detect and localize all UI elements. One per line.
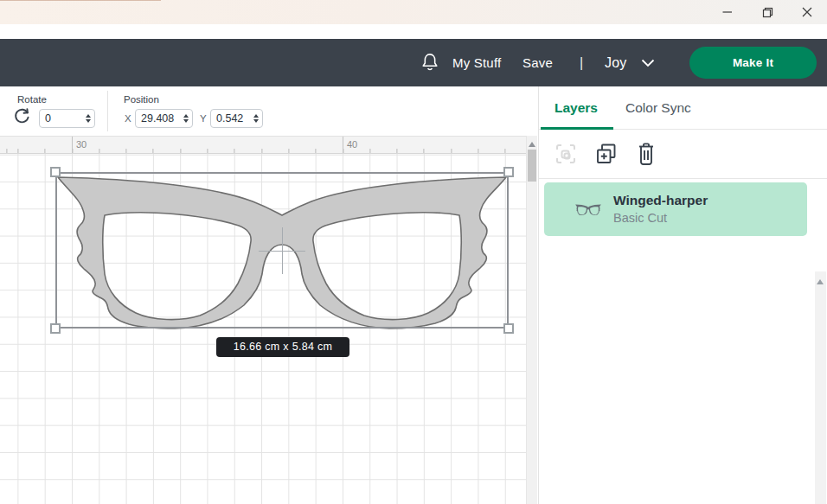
tab-layers[interactable]: Layers — [555, 86, 598, 130]
nav-save[interactable]: Save — [522, 39, 553, 86]
resize-handle-top-right[interactable] — [503, 167, 514, 177]
step-down-icon[interactable] — [183, 119, 189, 123]
tab-color-sync[interactable]: Color Sync — [625, 86, 691, 130]
resize-handle-top-left[interactable] — [50, 167, 61, 177]
step-up-icon[interactable] — [86, 114, 91, 118]
titlebar-accent-line — [0, 0, 161, 1]
canvas-vertical-scrollbar[interactable] — [526, 136, 537, 504]
ruler-label-30: 30 — [76, 139, 87, 150]
toolbar-divider — [107, 91, 108, 131]
y-axis-label: Y — [200, 113, 207, 124]
step-down-icon[interactable] — [86, 119, 91, 123]
window-controls — [708, 0, 827, 24]
window-titlebar — [0, 0, 827, 24]
app-window: My Stuff Save | Joy Make It Rotate Posit… — [0, 0, 827, 504]
position-x-field — [135, 109, 193, 128]
layer-list: Winged-harper Basic Cut — [539, 179, 827, 503]
layers-panel: Layers Color Sync — [538, 86, 827, 504]
panel-vertical-scrollbar[interactable] — [815, 271, 826, 504]
rotate-field — [39, 109, 95, 128]
panel-tabs: Layers Color Sync — [539, 86, 827, 130]
x-axis-label: X — [125, 113, 131, 124]
minimize-icon — [722, 7, 733, 17]
duplicate-layer-button[interactable] — [593, 141, 619, 167]
resize-handle-bottom-left[interactable] — [50, 323, 61, 334]
nav-divider: | — [580, 39, 583, 86]
size-tooltip: 16.66 cm x 5.84 cm — [216, 337, 349, 357]
position-x-input[interactable] — [141, 112, 182, 124]
nav-my-stuff[interactable]: My Stuff — [452, 39, 501, 86]
chevron-down-icon[interactable] — [641, 39, 655, 86]
ruler-major-tick — [343, 137, 343, 153]
rotate-label: Rotate — [17, 94, 47, 105]
restore-button[interactable] — [747, 0, 787, 24]
scroll-up-icon[interactable] — [817, 279, 824, 284]
position-x-stepper[interactable] — [183, 114, 189, 123]
position-y-field — [210, 109, 263, 128]
make-it-button[interactable]: Make It — [689, 47, 817, 79]
select-all-button-disabled[interactable] — [554, 142, 578, 166]
ruler-label-40: 40 — [347, 139, 357, 150]
machine-selector[interactable]: Joy — [605, 39, 627, 86]
horizontal-ruler: 30 40 — [0, 136, 526, 154]
app-header: My Stuff Save | Joy Make It — [0, 39, 827, 86]
step-up-icon[interactable] — [183, 114, 189, 118]
restore-icon — [762, 7, 773, 18]
position-label: Position — [124, 94, 159, 105]
step-up-icon[interactable] — [253, 114, 259, 118]
notifications-button[interactable] — [420, 39, 439, 86]
step-down-icon[interactable] — [253, 119, 259, 123]
selection-center-crosshair — [259, 251, 305, 252]
scrollbar-thumb[interactable] — [528, 150, 536, 182]
resize-handle-bottom-right[interactable] — [503, 323, 514, 334]
position-y-stepper[interactable] — [253, 114, 259, 123]
delete-layer-button[interactable] — [635, 142, 657, 167]
close-button[interactable] — [787, 0, 827, 24]
layer-actions — [539, 130, 827, 179]
scroll-up-icon[interactable] — [529, 142, 535, 147]
layer-item-selected[interactable]: Winged-harper Basic Cut — [544, 182, 807, 236]
design-canvas[interactable]: 16.66 cm x 5.84 cm — [0, 154, 526, 504]
rotate-stepper[interactable] — [86, 114, 91, 123]
glasses-icon — [575, 204, 601, 215]
layer-name: Winged-harper — [613, 192, 708, 208]
rotate-icon[interactable] — [12, 108, 32, 130]
ruler-major-tick — [72, 137, 73, 153]
layer-texts: Winged-harper Basic Cut — [613, 192, 708, 226]
layer-cut-type: Basic Cut — [613, 210, 708, 226]
subbar-spacer — [0, 24, 827, 39]
bell-icon — [420, 51, 439, 74]
minimize-button[interactable] — [708, 0, 747, 24]
rotate-input[interactable] — [45, 112, 84, 124]
edit-toolbar: Rotate Position X Y — [0, 86, 538, 136]
trash-icon — [635, 142, 657, 167]
duplicate-icon — [593, 141, 619, 167]
position-y-input[interactable] — [216, 112, 252, 124]
close-icon — [802, 7, 812, 17]
select-all-icon — [554, 142, 578, 166]
